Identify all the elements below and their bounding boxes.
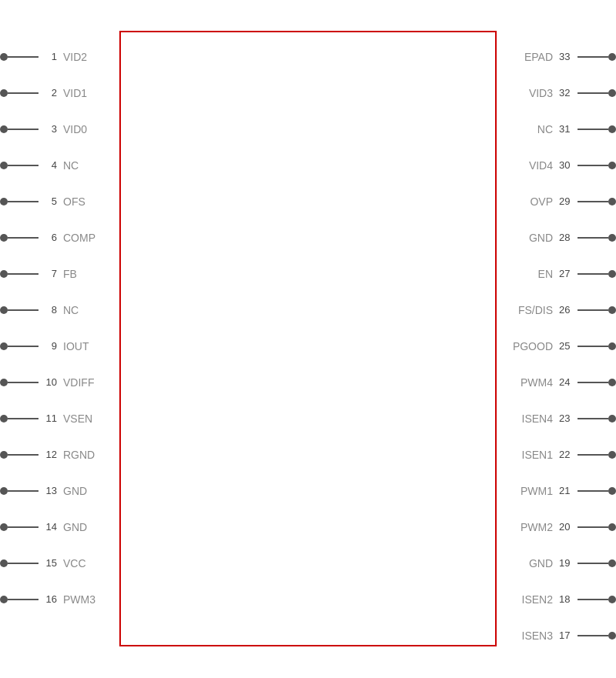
pin-dot <box>608 487 616 495</box>
right-pin-18: 18ISEN2 <box>508 581 616 617</box>
pin-line <box>578 454 608 456</box>
pin-name: OFS <box>57 195 90 208</box>
pin-dot <box>608 53 616 61</box>
pin-dot <box>608 451 616 459</box>
left-pin-10: 10VDIFF <box>0 364 100 400</box>
pin-number: 25 <box>559 340 578 352</box>
pin-line <box>578 201 608 202</box>
pin-number: 11 <box>38 412 57 424</box>
pin-name: PWM1 <box>516 485 559 497</box>
pin-number: 8 <box>38 304 57 316</box>
pin-name: VSEN <box>57 412 97 425</box>
pin-number: 16 <box>38 593 57 605</box>
pin-number: 33 <box>559 51 578 62</box>
pin-line <box>8 454 38 456</box>
pin-number: 23 <box>559 412 578 424</box>
ic-diagram: 1VID22VID13VID04NC5OFS6COMP7FB8NC9IOUT10… <box>0 0 616 678</box>
pin-dot <box>0 53 8 61</box>
pin-name: GND <box>57 521 92 533</box>
pin-line <box>578 237 608 239</box>
pin-dot <box>608 89 616 97</box>
pin-line <box>578 599 608 600</box>
pin-name: VID2 <box>57 51 92 63</box>
pin-dot <box>608 234 616 242</box>
pin-dot <box>0 596 8 603</box>
pin-name: ISEN2 <box>517 593 559 606</box>
pin-line <box>8 599 38 600</box>
right-pin-28: 28GND <box>508 219 616 256</box>
pin-number: 12 <box>38 449 57 460</box>
pin-name: IOUT <box>57 340 93 352</box>
pin-dot <box>608 632 616 640</box>
left-pin-7: 7FB <box>0 256 100 292</box>
pin-name: RGND <box>57 449 99 461</box>
pin-line <box>578 382 608 383</box>
left-pin-8: 8NC <box>0 292 100 328</box>
pin-name: COMP <box>57 232 100 244</box>
pin-number: 15 <box>38 557 57 569</box>
right-pin-24: 24PWM4 <box>508 364 616 400</box>
pin-dot <box>0 270 8 278</box>
left-pin-14: 14GND <box>0 509 100 545</box>
pin-line <box>8 201 38 202</box>
pin-line <box>578 56 608 58</box>
pin-number: 2 <box>38 87 57 99</box>
right-pin-19: 19GND <box>508 545 616 581</box>
pin-number: 14 <box>38 521 57 533</box>
right-pin-31: 31NC <box>508 111 616 147</box>
right-pin-29: 29OVP <box>508 183 616 219</box>
pin-name: VDIFF <box>57 376 99 389</box>
pin-dot <box>0 487 8 495</box>
right-pin-30: 30VID4 <box>508 147 616 183</box>
pin-dot <box>0 451 8 459</box>
pin-number: 13 <box>38 485 57 496</box>
pin-name: ISEN4 <box>517 412 559 425</box>
pin-name: PWM4 <box>516 376 559 389</box>
pin-number: 31 <box>559 123 578 135</box>
pin-line <box>578 92 608 94</box>
left-pin-11: 11VSEN <box>0 400 100 436</box>
pin-number: 18 <box>559 593 578 605</box>
right-pin-22: 22ISEN1 <box>508 436 616 473</box>
pin-number: 24 <box>559 376 578 388</box>
pin-line <box>8 309 38 311</box>
pin-number: 30 <box>559 159 578 171</box>
pin-line <box>8 237 38 239</box>
pin-name: VID0 <box>57 123 92 135</box>
left-pin-1: 1VID2 <box>0 38 100 75</box>
right-pin-32: 32VID3 <box>508 75 616 111</box>
pin-line <box>578 635 608 636</box>
pin-name: NC <box>57 159 83 172</box>
left-pin-12: 12RGND <box>0 436 100 473</box>
pin-number: 7 <box>38 268 57 279</box>
left-pin-13: 13GND <box>0 473 100 509</box>
pin-number: 4 <box>38 159 57 171</box>
pin-name: ISEN1 <box>517 449 559 461</box>
pin-dot <box>608 125 616 133</box>
pin-line <box>8 526 38 528</box>
pin-name: ISEN3 <box>517 630 559 642</box>
pin-number: 27 <box>559 268 578 279</box>
pin-line <box>578 273 608 275</box>
left-pin-4: 4NC <box>0 147 100 183</box>
pin-number: 32 <box>559 87 578 99</box>
pin-name: VID1 <box>57 87 92 99</box>
left-pin-3: 3VID0 <box>0 111 100 147</box>
pin-dot <box>0 379 8 386</box>
pin-name: PWM3 <box>57 593 100 606</box>
pin-dot <box>0 342 8 350</box>
pin-number: 6 <box>38 232 57 243</box>
pin-number: 17 <box>559 630 578 641</box>
left-pin-16: 16PWM3 <box>0 581 100 617</box>
pin-name: OVP <box>525 195 559 208</box>
pin-dot <box>608 162 616 169</box>
pin-dot <box>608 342 616 350</box>
pin-name: PWM2 <box>516 521 559 533</box>
right-pin-21: 21PWM1 <box>508 473 616 509</box>
pin-name: VCC <box>57 557 91 569</box>
pin-line <box>578 165 608 166</box>
pin-dot <box>0 125 8 133</box>
right-pin-20: 20PWM2 <box>508 509 616 545</box>
left-pin-9: 9IOUT <box>0 328 100 364</box>
pin-line <box>8 273 38 275</box>
